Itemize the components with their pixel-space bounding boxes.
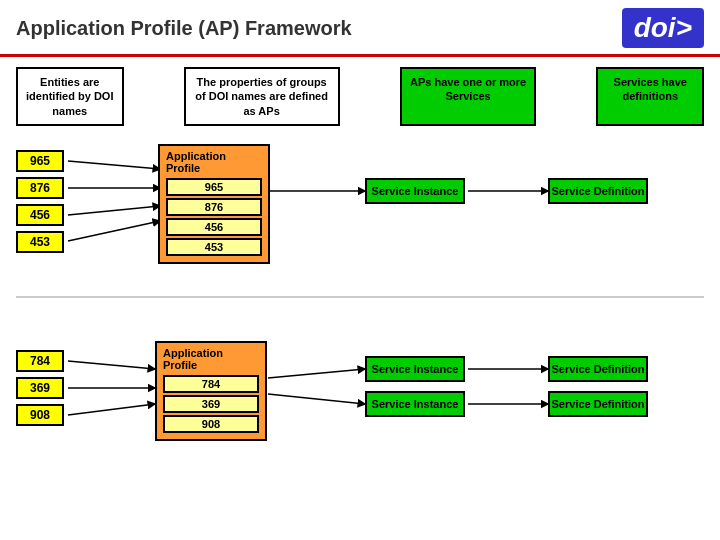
ap-num-453: 453 <box>166 238 262 256</box>
svg-line-10 <box>268 394 365 404</box>
entity-784: 784 <box>16 350 64 372</box>
svg-line-6 <box>68 361 155 369</box>
ap-num-965: 965 <box>166 178 262 196</box>
top-row: Entities are identified by DOI names The… <box>0 57 720 126</box>
service-def-2b: Service Definition <box>548 391 648 417</box>
svg-line-0 <box>68 161 160 169</box>
ap-label-1: Application Profile <box>166 150 262 174</box>
svg-line-3 <box>68 221 160 241</box>
header: Application Profile (AP) Framework doi> <box>0 0 720 57</box>
svg-line-9 <box>268 369 365 378</box>
ap-container-1: Application Profile 965 876 456 453 <box>158 144 270 264</box>
doi-logo: doi> <box>622 8 704 48</box>
top-properties-box: The properties of groups of DOI names ar… <box>184 67 340 126</box>
top-services-box: Services have definitions <box>596 67 704 126</box>
entity-456: 456 <box>16 204 64 226</box>
entity-453: 453 <box>16 231 64 253</box>
ap-num-908: 908 <box>163 415 259 433</box>
separator <box>16 296 704 298</box>
ap-label-2: Application Profile <box>163 347 259 371</box>
service-def-2a: Service Definition <box>548 356 648 382</box>
svg-line-2 <box>68 206 160 215</box>
ap-num-456: 456 <box>166 218 262 236</box>
service-def-1: Service Definition <box>548 178 648 204</box>
service-instance-2a: Service Instance <box>365 356 465 382</box>
ap-container-2: Application Profile 784 369 908 <box>155 341 267 441</box>
ap-num-876: 876 <box>166 198 262 216</box>
entity-876: 876 <box>16 177 64 199</box>
entity-369: 369 <box>16 377 64 399</box>
service-instance-1: Service Instance <box>365 178 465 204</box>
ap-num-784: 784 <box>163 375 259 393</box>
entity-908: 908 <box>16 404 64 426</box>
page-title: Application Profile (AP) Framework <box>16 17 352 40</box>
service-instance-2b: Service Instance <box>365 391 465 417</box>
svg-line-8 <box>68 404 155 415</box>
top-entities-box: Entities are identified by DOI names <box>16 67 124 126</box>
diagram-area: 965 876 456 453 Application Profile 965 … <box>0 126 720 540</box>
top-aps-box: APs have one or more Services <box>400 67 537 126</box>
ap-num-369: 369 <box>163 395 259 413</box>
entity-965: 965 <box>16 150 64 172</box>
